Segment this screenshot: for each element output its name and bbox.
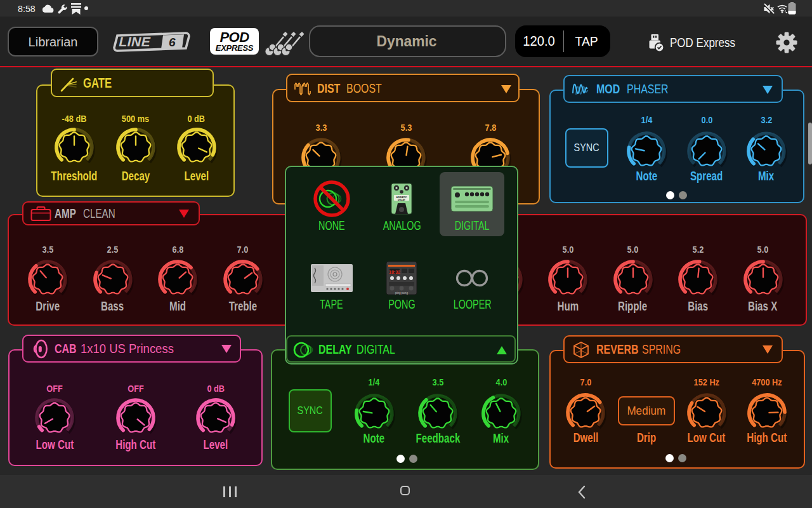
svg-text:18:32: 18:32 <box>389 270 400 274</box>
svg-text:6: 6 <box>169 36 176 49</box>
svg-text:LINE: LINE <box>119 35 151 50</box>
svg-text:DELAY: DELAY <box>398 199 405 201</box>
